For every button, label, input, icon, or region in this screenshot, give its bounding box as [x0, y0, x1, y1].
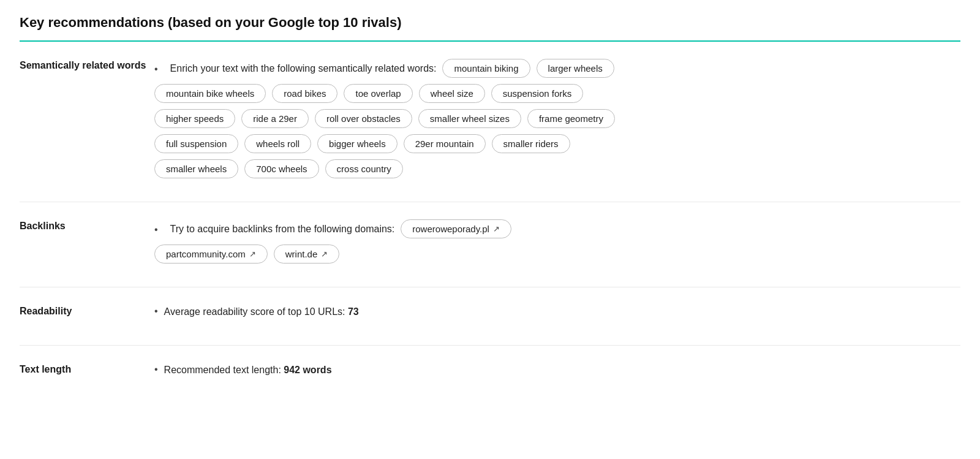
- text-length-intro: Recommended text length:: [164, 365, 281, 375]
- bullet-text-length: •: [154, 364, 158, 375]
- tag-higher-speeds[interactable]: higher speeds: [154, 109, 235, 128]
- text-length-row: • Recommended text length: 942 words: [154, 363, 960, 377]
- tag-full-suspension[interactable]: full suspension: [154, 134, 238, 153]
- section-semantic-words: Semantically related words • Enrich your…: [20, 42, 960, 202]
- tag-suspension-forks[interactable]: suspension forks: [491, 84, 584, 103]
- readability-score: 73: [348, 306, 359, 317]
- semantic-row2: mountain bike wheels road bikes toe over…: [154, 84, 960, 103]
- external-link-icon-1: ↗: [493, 224, 500, 233]
- backlinks-first-row: • Try to acquire backlinks from the foll…: [154, 219, 960, 238]
- semantic-first-row: • Enrich your text with the following se…: [154, 59, 960, 78]
- tag-wheels-roll[interactable]: wheels roll: [244, 134, 311, 153]
- readability-intro: Average readability score of top 10 URLs…: [164, 306, 345, 317]
- section-text-length: Text length • Recommended text length: 9…: [20, 346, 960, 403]
- bullet-semantic: •: [154, 64, 158, 75]
- semantic-intro: Enrich your text with the following sema…: [170, 61, 437, 76]
- tag-frame-geometry[interactable]: frame geometry: [527, 109, 615, 128]
- semantic-row5: smaller wheels 700c wheels cross country: [154, 159, 960, 178]
- tag-mountain-biking[interactable]: mountain biking: [442, 59, 530, 78]
- readability-content: • Average readability score of top 10 UR…: [154, 305, 960, 328]
- readability-row: • Average readability score of top 10 UR…: [154, 305, 960, 319]
- tag-bigger-wheels[interactable]: bigger wheels: [317, 134, 398, 153]
- backlink-roweroweporady-text: roweroweporady.pl: [412, 224, 489, 234]
- readability-text: Average readability score of top 10 URLs…: [164, 305, 359, 319]
- tag-ride-a-29er[interactable]: ride a 29er: [241, 109, 309, 128]
- tag-29er-mountain[interactable]: 29er mountain: [404, 134, 486, 153]
- section-label-backlinks: Backlinks: [20, 219, 154, 232]
- backlinks-content: • Try to acquire backlinks from the foll…: [154, 219, 960, 270]
- section-readability: Readability • Average readability score …: [20, 287, 960, 346]
- backlinks-row2: partcommunity.com ↗ wrint.de ↗: [154, 245, 960, 264]
- page-title: Key recommendations (based on your Googl…: [20, 15, 960, 42]
- tag-roll-over-obstacles[interactable]: roll over obstacles: [315, 109, 412, 128]
- backlink-partcommunity-text: partcommunity.com: [166, 249, 246, 259]
- tag-wheel-size[interactable]: wheel size: [419, 84, 485, 103]
- tag-mountain-bike-wheels[interactable]: mountain bike wheels: [154, 84, 266, 103]
- bullet-readability: •: [154, 306, 158, 317]
- tag-larger-wheels[interactable]: larger wheels: [537, 59, 614, 78]
- section-label-semantic: Semantically related words: [20, 59, 154, 71]
- semantic-content: • Enrich your text with the following se…: [154, 59, 960, 184]
- external-link-icon-2: ↗: [249, 249, 256, 259]
- semantic-row3: higher speeds ride a 29er roll over obst…: [154, 109, 960, 128]
- section-label-text-length: Text length: [20, 363, 154, 375]
- external-link-icon-3: ↗: [321, 249, 328, 259]
- tag-smaller-wheel-sizes[interactable]: smaller wheel sizes: [418, 109, 521, 128]
- text-length-value: 942 words: [284, 365, 331, 375]
- tag-700c-wheels[interactable]: 700c wheels: [244, 159, 318, 178]
- tag-smaller-riders[interactable]: smaller riders: [492, 134, 570, 153]
- backlinks-intro: Try to acquire backlinks from the follow…: [170, 222, 395, 237]
- text-length-text: Recommended text length: 942 words: [164, 363, 332, 377]
- backlink-wrint[interactable]: wrint.de ↗: [274, 245, 340, 264]
- backlink-wrint-text: wrint.de: [285, 249, 318, 259]
- section-backlinks: Backlinks • Try to acquire backlinks fro…: [20, 202, 960, 287]
- tag-cross-country[interactable]: cross country: [325, 159, 403, 178]
- text-length-content: • Recommended text length: 942 words: [154, 363, 960, 386]
- tag-toe-overlap[interactable]: toe overlap: [344, 84, 412, 103]
- backlink-partcommunity[interactable]: partcommunity.com ↗: [154, 245, 268, 264]
- tag-smaller-wheels[interactable]: smaller wheels: [154, 159, 238, 178]
- bullet-backlinks: •: [154, 224, 158, 235]
- semantic-row4: full suspension wheels roll bigger wheel…: [154, 134, 960, 153]
- section-label-readability: Readability: [20, 305, 154, 317]
- page-container: Key recommendations (based on your Googl…: [0, 0, 980, 418]
- tag-road-bikes[interactable]: road bikes: [272, 84, 337, 103]
- backlink-roweroweporady[interactable]: roweroweporady.pl ↗: [401, 219, 511, 238]
